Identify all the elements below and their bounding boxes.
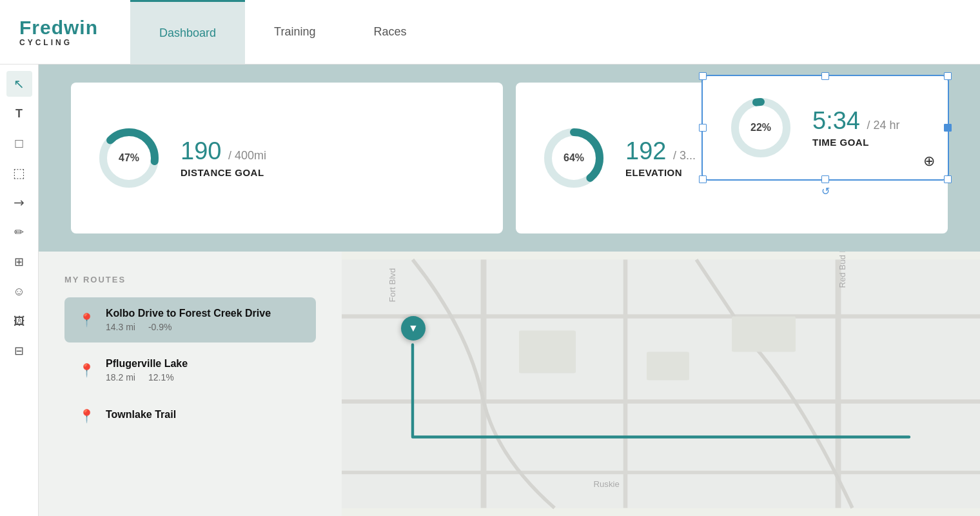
svg-rect-12 [647, 352, 689, 381]
route-item-2[interactable]: 📍 Pflugerville Lake 18.2 mi 12.1% [64, 348, 316, 393]
route-3-info: Townlake Trail [106, 409, 176, 423]
svg-rect-11 [519, 331, 576, 373]
route-1-info: Kolbo Drive to Forest Creek Drive 14.3 m… [106, 308, 271, 332]
time-percent: 22% [750, 122, 771, 134]
move-icon[interactable]: ⊕ [923, 153, 935, 170]
time-card-container: ↺ 22% 5:34 / 24 hr TIME GOAL ⊕ [703, 76, 948, 179]
left-sidebar: ↖ T □ ⬚ ↗ ✏ ⊞ ☺ 🖼 ⊟ [0, 64, 39, 516]
distance-percent: 47% [119, 152, 139, 164]
map-svg: Fort Blvd Ruskie Red Bud Ln [342, 252, 980, 516]
tool-rectangle[interactable]: □ [6, 130, 32, 156]
main-content: ⊘ ⊡ ✏ ⬇ ··· 47% 190 / 400mi DISTANCE GOA… [39, 64, 980, 516]
elevation-info: 192 / 3... ELEVATION [625, 138, 696, 179]
route-item-1[interactable]: 📍 Kolbo Drive to Forest Creek Drive 14.3… [64, 297, 316, 342]
stats-section: ⊘ ⊡ ✏ ⬇ ··· 47% 190 / 400mi DISTANCE GOA… [39, 64, 980, 252]
route-2-icon: 📍 [77, 362, 95, 378]
route-1-icon: 📍 [77, 312, 95, 328]
time-donut: 22% [729, 95, 793, 160]
svg-text:Red Bud Ln: Red Bud Ln [838, 252, 847, 288]
elevation-label: ELEVATION [625, 167, 696, 178]
elevation-donut: 64% [542, 126, 606, 190]
map-pin: ▼ [401, 316, 426, 341]
header: Fredwin CYCLING Dashboard Training Races [0, 0, 980, 64]
routes-title: MY ROUTES [64, 275, 316, 284]
elevation-percent: 64% [564, 152, 584, 164]
route-3-name: Townlake Trail [106, 409, 176, 421]
tool-frame[interactable]: ⊞ [6, 249, 32, 275]
tool-arrow[interactable]: ↗ [1, 184, 37, 221]
svg-text:Ruskie: Ruskie [594, 479, 620, 489]
nav-dashboard[interactable]: Dashboard [130, 0, 245, 64]
logo-name: Fredwin [19, 17, 98, 38]
nav-training[interactable]: Training [245, 0, 344, 64]
tool-table[interactable]: ⊟ [6, 338, 32, 364]
distance-value: 190 / 400mi [181, 138, 266, 165]
logo-brand: CYCLING [19, 38, 98, 47]
tool-emoji[interactable]: ☺ [6, 279, 32, 304]
route-2-meta: 18.2 mi 12.1% [106, 372, 188, 382]
svg-rect-13 [732, 317, 796, 352]
bottom-section: MY ROUTES 📍 Kolbo Drive to Forest Creek … [39, 252, 980, 516]
distance-donut: 47% [97, 126, 161, 190]
route-1-meta: 14.3 mi -0.9% [106, 322, 271, 332]
tool-text[interactable]: T [6, 101, 32, 126]
route-3-icon: 📍 [77, 408, 95, 424]
time-label: TIME GOAL [812, 137, 900, 148]
route-2-info: Pflugerville Lake 18.2 mi 12.1% [106, 358, 188, 382]
tool-pen[interactable]: ✏ [6, 219, 32, 245]
route-item-3[interactable]: 📍 Townlake Trail [64, 398, 316, 434]
nav-races[interactable]: Races [344, 0, 435, 64]
logo: Fredwin CYCLING [19, 17, 98, 47]
time-card: 22% 5:34 / 24 hr TIME GOAL ⊕ [703, 76, 948, 179]
map-area[interactable]: Fort Blvd Ruskie Red Bud Ln ▼ [342, 252, 980, 516]
tool-select[interactable]: ↖ [6, 71, 32, 97]
route-1-name: Kolbo Drive to Forest Creek Drive [106, 308, 271, 319]
route-2-name: Pflugerville Lake [106, 358, 188, 370]
routes-panel: MY ROUTES 📍 Kolbo Drive to Forest Creek … [39, 252, 342, 516]
distance-info: 190 / 400mi DISTANCE GOAL [181, 138, 266, 179]
tool-image[interactable]: 🖼 [6, 308, 32, 334]
time-value: 5:34 / 24 hr [812, 108, 900, 135]
distance-card: 47% 190 / 400mi DISTANCE GOAL [71, 83, 503, 233]
elevation-value: 192 / 3... [625, 138, 696, 165]
main-nav: Dashboard Training Races [130, 0, 435, 64]
distance-label: DISTANCE GOAL [181, 167, 266, 178]
time-info: 5:34 / 24 hr TIME GOAL [812, 108, 900, 148]
svg-text:Fort Blvd: Fort Blvd [387, 268, 397, 303]
tool-screen[interactable]: ⬚ [6, 160, 32, 186]
